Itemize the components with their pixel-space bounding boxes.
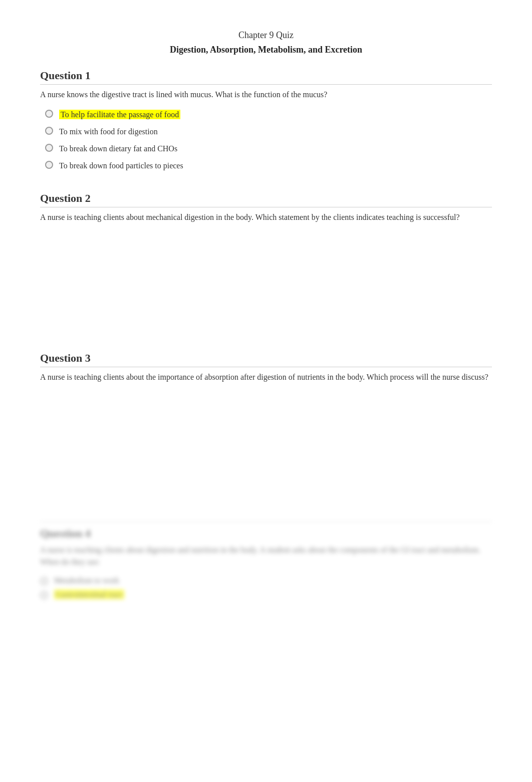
- q1-radio-a[interactable]: [45, 110, 53, 118]
- q1-option-b-text: To mix with food for digestion: [59, 126, 158, 138]
- question-1-text: A nurse knows the digestive tract is lin…: [40, 89, 492, 101]
- blurred-radio-a: [40, 577, 48, 585]
- q1-option-c-text: To break down dietary fat and CHOs: [59, 143, 177, 155]
- q1-option-a[interactable]: To help facilitate the passage of food: [45, 109, 492, 121]
- blurred-question-label: Question 4: [40, 527, 492, 540]
- q1-option-c[interactable]: To break down dietary fat and CHOs: [45, 143, 492, 155]
- question-3-block: Question 3 A nurse is teaching clients a…: [40, 352, 492, 501]
- q2-answer-spacer: [40, 231, 492, 332]
- blurred-option-a: Metabolism to work: [40, 576, 492, 585]
- q1-radio-c[interactable]: [45, 144, 53, 152]
- q1-radio-d[interactable]: [45, 161, 53, 169]
- blurred-highlight-b: Gastrointestinal tract: [54, 590, 124, 599]
- question-1-label: Question 1: [40, 69, 492, 85]
- blurred-option-b: Gastrointestinal tract: [40, 590, 492, 599]
- quiz-subtitle: Digestion, Absorption, Metabolism, and E…: [40, 45, 492, 55]
- q1-radio-b[interactable]: [45, 127, 53, 135]
- q1-option-d-text: To break down food particles to pieces: [59, 160, 183, 172]
- blurred-divider: [40, 522, 492, 522]
- q1-option-d[interactable]: To break down food particles to pieces: [45, 160, 492, 172]
- question-3-text: A nurse is teaching clients about the im…: [40, 371, 492, 383]
- blurred-question-section: Question 4 A nurse is teaching clients a…: [40, 522, 492, 599]
- question-3-label: Question 3: [40, 352, 492, 367]
- blurred-question-text: A nurse is teaching clients about digest…: [40, 544, 492, 568]
- question-1-block: Question 1 A nurse knows the digestive t…: [40, 69, 492, 172]
- page-header: Chapter 9 Quiz Digestion, Absorption, Me…: [40, 30, 492, 55]
- question-2-text: A nurse is teaching clients about mechan…: [40, 211, 492, 223]
- blurred-option-a-text: Metabolism to work: [54, 576, 119, 585]
- question-1-options: To help facilitate the passage of food T…: [45, 109, 492, 172]
- q1-highlight-a: To help facilitate the passage of food: [59, 110, 180, 119]
- q1-option-b[interactable]: To mix with food for digestion: [45, 126, 492, 138]
- q3-answer-spacer: [40, 391, 492, 501]
- quiz-title: Chapter 9 Quiz: [40, 30, 492, 41]
- question-2-label: Question 2: [40, 192, 492, 207]
- blurred-option-b-text: Gastrointestinal tract: [54, 590, 124, 599]
- blurred-radio-b: [40, 591, 48, 599]
- q1-option-a-text: To help facilitate the passage of food: [59, 109, 180, 121]
- question-2-block: Question 2 A nurse is teaching clients a…: [40, 192, 492, 332]
